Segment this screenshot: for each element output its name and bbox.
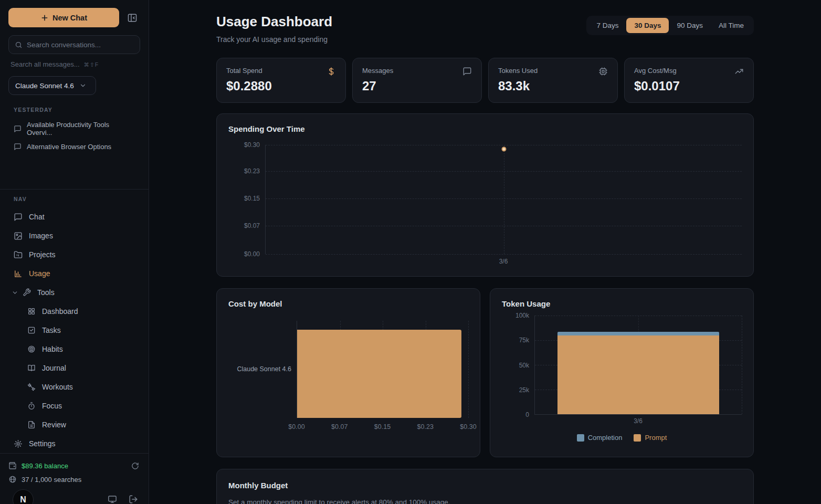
token-stacked-bar[interactable] <box>557 316 719 414</box>
model-selector[interactable]: Claude Sonnet 4.6 <box>8 76 96 95</box>
sidebar-item-chat[interactable]: Chat <box>8 207 140 226</box>
tab-30-days[interactable]: 30 Days <box>626 18 669 33</box>
legend-label: Prompt <box>645 434 667 442</box>
gridline <box>504 145 504 254</box>
refresh-icon[interactable] <box>130 461 140 471</box>
message-icon <box>462 67 472 76</box>
legend-label: Completion <box>588 434 623 442</box>
spending-plot-area <box>265 145 742 254</box>
book-open-icon <box>27 364 36 372</box>
target-icon <box>27 345 36 353</box>
bar-chart-icon <box>14 269 23 278</box>
gridline <box>742 316 742 414</box>
y-axis: $0.30 $0.23 $0.15 $0.07 $0.00 <box>228 145 265 254</box>
monitor-icon[interactable] <box>107 494 118 504</box>
sidebar-collapse-icon[interactable] <box>124 10 140 26</box>
legend-item-completion: Completion <box>577 434 623 442</box>
shortcut-badge: ⌘⇧F <box>84 61 99 68</box>
trending-up-icon <box>734 67 744 76</box>
token-plot-area <box>534 316 742 415</box>
x-axis: 3/6 <box>534 415 742 425</box>
token-bar-prompt <box>557 335 719 414</box>
dollar-icon <box>327 67 336 76</box>
y-axis: 100k 75k 50k 25k 0 <box>502 316 534 415</box>
new-chat-button[interactable]: New Chat <box>8 8 119 27</box>
sidebar-item-tools[interactable]: Tools <box>8 283 140 302</box>
main-content: Usage Dashboard Track your AI usage and … <box>149 0 821 504</box>
wallet-icon <box>8 461 17 470</box>
token-usage-card: Token Usage 100k 75k 50k 25k 0 <box>490 288 754 457</box>
cost-plot-area <box>297 321 468 418</box>
message-icon <box>14 125 22 133</box>
sidebar-item-journal[interactable]: Journal <box>22 359 140 377</box>
dumbbell-icon <box>27 383 36 391</box>
sidebar-item-settings[interactable]: Settings <box>8 434 140 453</box>
sidebar-item-dashboard[interactable]: Dashboard <box>22 302 140 321</box>
yesterday-section-label: YESTERDAY <box>8 107 140 113</box>
chart-legend: Completion Prompt <box>502 434 742 442</box>
searches-text: 37 / 1,000 searches <box>22 476 81 484</box>
stat-value: $0.2880 <box>226 79 336 93</box>
stat-card-avg-cost: Avg Cost/Msg $0.0107 <box>624 58 754 103</box>
plus-icon <box>40 14 49 22</box>
spending-data-point[interactable] <box>501 147 506 152</box>
sidebar-item-projects[interactable]: Projects <box>8 245 140 264</box>
legend-item-prompt: Prompt <box>634 434 667 442</box>
category-label: Claude Sonnet 4.6 <box>228 321 297 418</box>
cost-bar[interactable] <box>297 330 461 418</box>
chevron-down-icon <box>79 82 87 89</box>
sidebar-item-focus[interactable]: Focus <box>22 396 140 415</box>
sidebar-item-usage[interactable]: Usage <box>8 264 140 283</box>
gear-icon <box>14 439 23 448</box>
time-range-tabs: 7 Days 30 Days 90 Days All Time <box>586 16 754 35</box>
page-subtitle: Track your AI usage and spending <box>216 35 332 44</box>
model-selector-value: Claude Sonnet 4.6 <box>15 82 74 90</box>
page-title: Usage Dashboard <box>216 14 332 30</box>
stat-value: 27 <box>362 79 472 93</box>
chart-title: Token Usage <box>502 299 742 308</box>
search-input[interactable] <box>27 41 134 49</box>
search-conversations-input[interactable] <box>8 35 140 54</box>
conversation-title: Alternative Browser Options <box>27 143 111 151</box>
chart-title: Cost by Model <box>228 299 468 308</box>
user-row: a N <box>8 488 140 504</box>
stat-card-messages: Messages 27 <box>352 58 482 103</box>
tab-all-time[interactable]: All Time <box>711 18 752 33</box>
conversation-item[interactable]: Alternative Browser Options <box>8 138 140 155</box>
sidebar-item-habits[interactable]: Habits <box>22 340 140 359</box>
stat-value: 83.3k <box>498 79 608 93</box>
balance-text: $89.36 balance <box>22 462 68 470</box>
sidebar-item-workouts[interactable]: Workouts <box>22 377 140 396</box>
globe-icon <box>8 475 17 484</box>
image-icon <box>14 232 23 240</box>
stat-card-tokens: Tokens Used 83.3k <box>488 58 618 103</box>
sidebar-item-tasks[interactable]: Tasks <box>22 321 140 340</box>
stats-row: Total Spend $0.2880 Messages 27 Tokens U… <box>216 58 754 103</box>
tab-7-days[interactable]: 7 Days <box>588 18 626 33</box>
search-all-messages-link[interactable]: Search all messages... ⌘⇧F <box>8 60 140 68</box>
tab-90-days[interactable]: 90 Days <box>669 18 711 33</box>
monthly-budget-card: Monthly Budget Set a monthly spending li… <box>216 469 754 504</box>
wrench-icon <box>23 288 31 297</box>
grid-icon <box>27 307 36 316</box>
sidebar-item-review[interactable]: Review <box>22 415 140 434</box>
budget-description: Set a monthly spending limit to receive … <box>228 498 742 504</box>
chevron-down-icon <box>12 289 18 296</box>
cost-by-model-card: Cost by Model Claude Sonnet 4.6 $0.00 $0… <box>216 288 480 457</box>
avatar[interactable]: N <box>13 489 34 504</box>
stat-value: $0.0107 <box>634 79 744 93</box>
message-icon <box>14 143 22 151</box>
folder-icon <box>14 250 23 259</box>
new-chat-label: New Chat <box>52 14 87 22</box>
conversation-item[interactable]: Available Productivity Tools Overvi... <box>8 120 140 138</box>
search-icon <box>15 41 23 49</box>
message-icon <box>14 213 23 222</box>
logout-icon[interactable] <box>128 494 139 504</box>
sidebar-item-images[interactable]: Images <box>8 226 140 245</box>
cpu-icon <box>598 67 608 76</box>
file-text-icon <box>27 421 36 429</box>
nav-section-label: NAV <box>8 196 140 202</box>
conversation-title: Available Productivity Tools Overvi... <box>27 121 135 136</box>
stat-card-total-spend: Total Spend $0.2880 <box>216 58 346 103</box>
budget-title: Monthly Budget <box>228 481 742 490</box>
